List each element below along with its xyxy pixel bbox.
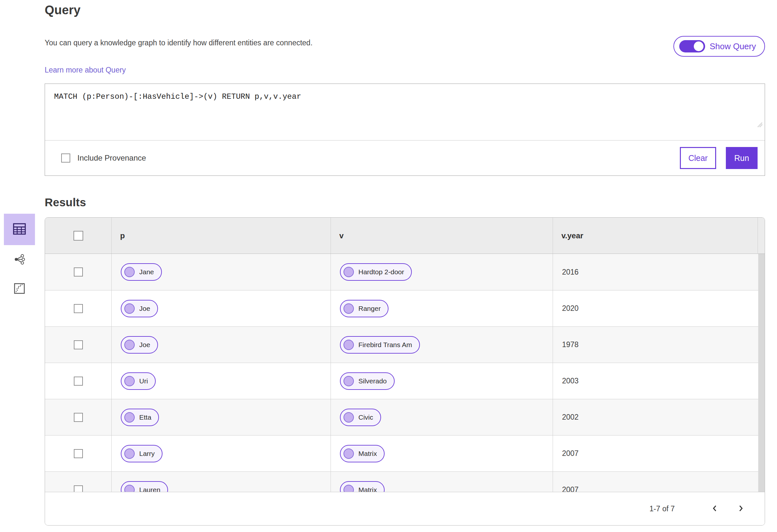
show-query-toggle[interactable]: Show Query [673,36,765,57]
node-icon [124,267,135,277]
column-header-p: p [111,218,331,253]
vehicle-node-label: Firebird Trans Am [358,341,412,349]
person-node-label: Lauren [139,486,160,492]
select-all-cell [45,218,111,253]
vehicle-node-label: Ranger [358,305,381,312]
row-checkbox[interactable] [74,486,83,492]
include-provenance-group[interactable]: Include Provenance [61,153,680,163]
vehicle-node-label: Civic [358,414,373,421]
previous-page-button[interactable] [708,502,722,516]
select-all-checkbox[interactable] [74,231,83,240]
v-cell: Matrix [331,472,553,492]
year-cell: 1978 [553,327,765,363]
row-checkbox[interactable] [74,377,83,386]
node-icon [343,376,354,386]
column-header-v-year: v.year [553,218,765,253]
row-checkbox[interactable] [74,449,83,458]
v-cell: Hardtop 2-door [331,254,553,290]
row-select-cell [45,399,111,435]
row-checkbox[interactable] [74,268,83,277]
v-cell: Civic [331,399,553,435]
vehicle-node-pill[interactable]: Ranger [340,300,388,317]
vehicle-node-pill[interactable]: Hardtop 2-door [340,263,412,281]
query-description: You can query a knowledge graph to ident… [45,36,312,47]
vehicle-node-label: Matrix [358,450,377,457]
table-pagination-bar: 1-7 of 7 [45,492,765,525]
map-view-icon [14,283,25,295]
clear-button[interactable]: Clear [680,147,716,169]
v-cell: Firebird Trans Am [331,327,553,363]
row-checkbox[interactable] [74,413,83,422]
graph-view-icon [14,253,25,266]
table-row: Joe Ranger 2020 [45,290,765,326]
node-icon [124,376,135,386]
person-node-pill[interactable]: Etta [121,409,159,426]
vehicle-node-label: Matrix [358,486,377,492]
person-node-pill[interactable]: Joe [121,300,158,317]
table-row: Larry Matrix 2007 [45,435,765,471]
query-panel: MATCH (p:Person)-[:HasVehicle]->(v) RETU… [45,84,765,176]
row-select-cell [45,291,111,326]
vehicle-node-pill[interactable]: Matrix [340,445,384,462]
node-icon [124,412,135,423]
person-node-pill[interactable]: Lauren [121,481,168,492]
year-cell: 2007 [553,472,765,492]
map-view-button[interactable] [4,274,35,303]
vehicle-node-pill[interactable]: Firebird Trans Am [340,336,420,353]
year-cell: 2016 [553,254,765,290]
p-cell: Etta [111,399,331,435]
vehicle-node-pill[interactable]: Matrix [340,481,384,492]
row-checkbox[interactable] [74,340,83,349]
p-cell: Larry [111,435,331,471]
person-node-label: Joe [139,305,150,312]
vehicle-node-pill[interactable]: Civic [340,409,381,426]
node-icon [343,485,354,492]
chevron-left-icon [711,505,719,513]
include-provenance-checkbox[interactable] [61,153,70,163]
table-row: Joe Firebird Trans Am 1978 [45,326,765,363]
p-cell: Joe [111,291,331,326]
node-icon [124,485,135,492]
results-view-rail [4,214,35,303]
vehicle-node-pill[interactable]: Silverado [340,373,395,390]
next-page-button[interactable] [734,502,748,516]
learn-more-link[interactable]: Learn more about Query [45,66,126,75]
vehicle-node-label: Silverado [358,377,387,385]
textarea-resize-handle[interactable] [709,112,763,138]
toggle-switch-on[interactable] [679,40,705,52]
table-view-icon [13,223,26,236]
query-textarea[interactable]: MATCH (p:Person)-[:HasVehicle]->(v) RETU… [45,84,765,140]
p-cell: Jane [111,254,331,290]
toggle-knob [694,41,703,51]
node-icon [124,448,135,459]
row-select-cell [45,363,111,399]
row-select-cell [45,435,111,471]
node-icon [343,340,354,350]
pagination-range-label: 1-7 of 7 [649,505,675,513]
query-page: Query You can query a knowledge graph to… [0,0,777,532]
person-node-label: Uri [139,377,148,385]
table-row: Jane Hardtop 2-door 2016 [45,254,765,290]
person-node-pill[interactable]: Uri [121,373,156,390]
row-select-cell [45,472,111,492]
year-cell: 2007 [553,435,765,471]
graph-view-button[interactable] [4,245,35,274]
query-actions-bar: Include Provenance Clear Run [45,140,765,176]
vertical-scrollbar[interactable] [758,254,765,492]
chevron-right-icon [737,505,745,513]
row-checkbox[interactable] [74,304,83,313]
person-node-pill[interactable]: Joe [121,336,158,353]
year-cell: 2002 [553,399,765,435]
table-row: Etta Civic 2002 [45,399,765,435]
results-table: p v v.year Jane Hardtop 2-door 2016 [45,217,765,526]
person-node-pill[interactable]: Jane [121,263,162,281]
person-node-pill[interactable]: Larry [121,445,162,462]
year-cell: 2020 [553,291,765,326]
node-icon [343,448,354,459]
table-header-row: p v v.year [45,218,765,254]
v-cell: Matrix [331,435,553,471]
table-row: Lauren Matrix 2007 [45,471,765,492]
run-button[interactable]: Run [726,147,758,169]
row-select-cell [45,327,111,363]
table-view-button[interactable] [4,214,35,245]
